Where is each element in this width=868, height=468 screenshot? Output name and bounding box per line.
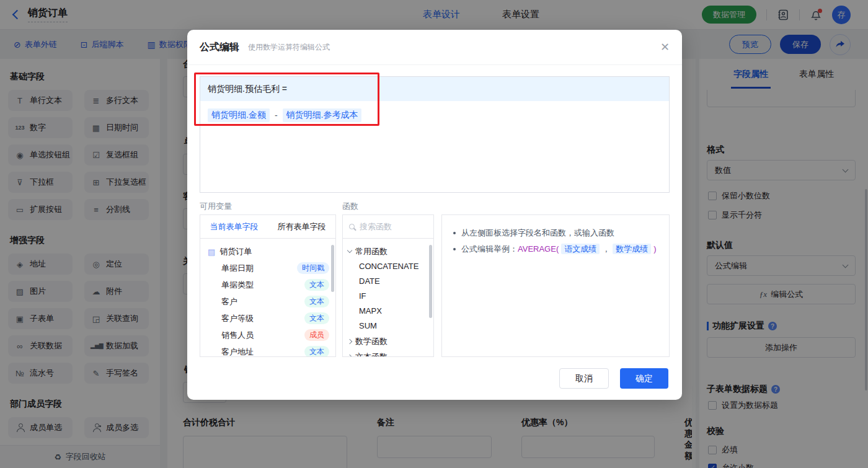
form-tree-root[interactable]: ▤ 销货订单	[208, 244, 329, 260]
search-icon	[349, 224, 355, 229]
variables-tab[interactable]: 当前表单字段	[210, 221, 259, 232]
variable-field-list: 单据日期 时间戳 单据类型 文本 客户 文本 客户等级 文本 销售人员 成员	[208, 260, 329, 357]
field-type-badge: 文本	[304, 312, 329, 324]
hint-panel: 从左侧面板选择字段名和函数，或输入函数 公式编辑举例：AVERAGE(语文成绩，…	[441, 214, 670, 357]
chevron-right-icon	[347, 338, 352, 343]
formula-editor-area[interactable]: 销货明细.预估毛利 = 销货明细.金额 - 销货明细.参考成本	[200, 76, 670, 193]
cancel-button[interactable]: 取消	[559, 368, 609, 389]
variables-label: 可用变量	[200, 201, 232, 212]
formula-editor-modal: 公式编辑 使用数学运算符编辑公式 ✕ 销货明细.预估毛利 = 销货明细.金额 -…	[187, 30, 682, 400]
app-window: 销货订单 表单设计表单设置 数据管理 存 ⊘ 表单外链 ⊡	[0, 0, 868, 468]
variable-field-row[interactable]: 客户地址 文本	[208, 343, 329, 357]
field-type-badge: 文本	[304, 346, 329, 357]
chevron-down-icon	[347, 248, 352, 253]
function-list: CONCATENATEDATEIFMAPXSUM	[348, 259, 430, 333]
variable-field-row[interactable]: 客户 文本	[208, 293, 329, 310]
formula-operator: -	[275, 110, 278, 120]
functions-scrollbar[interactable]	[429, 245, 432, 318]
variable-field-row[interactable]: 单据类型 文本	[208, 276, 329, 293]
variable-field-row[interactable]: 销售人员 成员	[208, 327, 329, 343]
hint-line-2: 公式编辑举例：AVERAGE(语文成绩，数学成绩)	[461, 241, 657, 257]
function-search[interactable]	[343, 215, 433, 239]
variable-field-row[interactable]: 客户等级 文本	[208, 310, 329, 327]
function-group[interactable]: 数学函数	[348, 333, 430, 349]
function-search-input[interactable]	[360, 222, 422, 231]
variables-panel: 当前表单字段所有表单字段 ▤ 销货订单 单据日期 时间戳 单据类型 文本 客户	[200, 214, 336, 357]
confirm-button[interactable]: 确定	[620, 368, 668, 389]
variable-field-row[interactable]: 单据日期 时间戳	[208, 260, 329, 276]
modal-title: 公式编辑	[200, 41, 239, 54]
example-field-chip: 数学成绩	[613, 244, 651, 254]
example-function-name: AVERAGE(	[518, 244, 559, 254]
function-item[interactable]: MAPX	[348, 304, 430, 319]
functions-label: 函数	[342, 201, 358, 212]
hint-line-1: 从左侧面板选择字段名和函数，或输入函数	[461, 225, 614, 241]
field-type-badge: 文本	[304, 279, 329, 291]
function-item[interactable]: IF	[348, 289, 430, 304]
functions-panel: 常用函数 CONCATENATEDATEIFMAPXSUM 数学函数 文本函数	[342, 214, 434, 357]
function-group[interactable]: 文本函数	[348, 349, 430, 357]
chevron-right-icon	[347, 354, 352, 357]
formula-field-chip[interactable]: 销货明细.参考成本	[283, 108, 362, 122]
variables-scrollbar[interactable]	[331, 245, 334, 292]
example-field-chip: 语文成绩	[561, 244, 600, 254]
formula-field-chip[interactable]: 销货明细.金额	[208, 108, 270, 122]
collapsed-function-groups: 数学函数 文本函数	[348, 333, 430, 357]
close-icon[interactable]: ✕	[660, 42, 670, 53]
field-type-badge: 成员	[304, 329, 329, 341]
function-group-common[interactable]: 常用函数	[348, 244, 430, 259]
formula-target: 销货明细.预估毛利 =	[200, 77, 669, 101]
function-item[interactable]: CONCATENATE	[348, 259, 430, 274]
variables-tabs: 当前表单字段所有表单字段	[200, 215, 335, 239]
form-document-icon: ▤	[208, 247, 215, 257]
field-type-badge: 文本	[304, 296, 329, 307]
modal-subtitle: 使用数学运算符编辑公式	[248, 42, 330, 53]
function-item[interactable]: DATE	[348, 274, 430, 289]
field-type-badge: 时间戳	[297, 262, 329, 274]
variables-tab[interactable]: 所有表单字段	[278, 221, 326, 232]
function-item[interactable]: SUM	[348, 319, 430, 333]
